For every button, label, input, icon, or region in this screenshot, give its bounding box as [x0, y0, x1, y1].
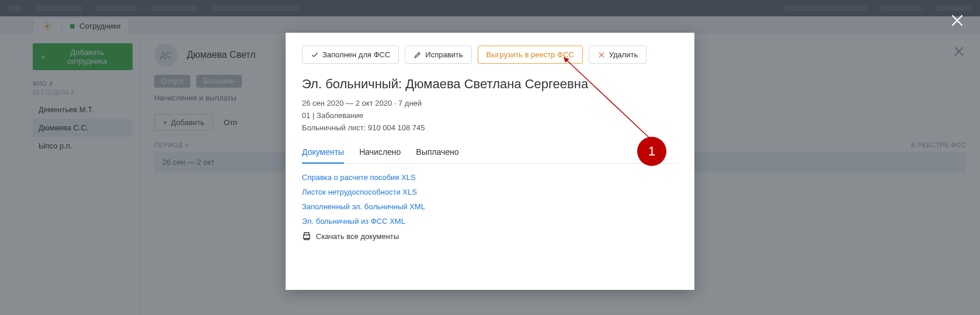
- sick-leave-modal: Заполнен для ФСС Исправить Выгрузить в р…: [286, 33, 694, 290]
- close-icon: [950, 13, 965, 28]
- x-icon: [597, 51, 606, 59]
- fix-button[interactable]: Исправить: [405, 46, 471, 64]
- modal-overlay: Заполнен для ФСС Исправить Выгрузить в р…: [0, 0, 980, 315]
- doc-link[interactable]: Заполненный эл. больничный XML: [302, 202, 678, 211]
- delete-button[interactable]: Удалить: [589, 46, 647, 64]
- annotation-marker: 1: [637, 137, 666, 166]
- download-all-button[interactable]: Скачать все документы: [302, 231, 678, 241]
- modal-tabs: Документы Начислено Выплачено: [302, 143, 678, 164]
- modal-reason: 01 | Заболевание: [302, 111, 678, 120]
- modal-sheet-number: Больничный лист: 910 004 108 745: [302, 123, 678, 132]
- pencil-icon: [413, 51, 422, 59]
- modal-title: Эл. больничный: Дюмаева Светлана Сергеев…: [302, 77, 678, 92]
- overlay-close-button[interactable]: [950, 13, 965, 30]
- filled-for-fss-button[interactable]: Заполнен для ФСС: [302, 46, 399, 64]
- tab-documents[interactable]: Документы: [302, 143, 344, 164]
- doc-link[interactable]: Справка о расчете пособия XLS: [302, 173, 678, 182]
- doc-link[interactable]: Листок нетрудоспособности XLS: [302, 188, 678, 196]
- doc-link[interactable]: Эл. больничный из ФСС XML: [302, 217, 678, 226]
- export-to-fss-button[interactable]: Выгрузить в реестр ФСС: [478, 46, 583, 64]
- check-icon: [311, 51, 319, 59]
- tab-accrued[interactable]: Начислено: [359, 143, 401, 163]
- tab-paid[interactable]: Выплачено: [416, 143, 458, 163]
- printer-icon: [302, 231, 311, 241]
- modal-dates: 26 сен 2020 — 2 окт 2020 · 7 дней: [302, 99, 678, 108]
